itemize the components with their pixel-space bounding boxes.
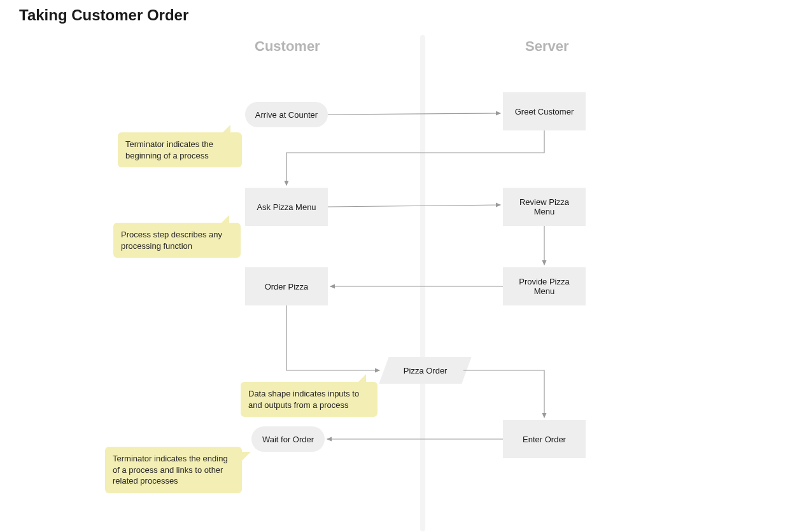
node-greet-label: Greet Customer — [515, 107, 574, 116]
callout-tail-icon — [218, 215, 229, 227]
lane-header-server: Server — [525, 38, 569, 55]
callout-terminator-end-text: Terminator indicates the ending of a pro… — [113, 454, 228, 486]
node-greet: Greet Customer — [503, 92, 586, 130]
callout-tail-icon — [239, 452, 251, 463]
node-order-pizza-label: Order Pizza — [265, 282, 309, 291]
callout-process-step: Process step describes any processing fu… — [113, 223, 241, 258]
node-arrive-terminator: Arrive at Counter — [245, 102, 328, 127]
callout-data-shape-text: Data shape indicates inputs to and outpu… — [248, 389, 359, 410]
node-ask-menu-label: Ask Pizza Menu — [257, 202, 316, 212]
node-pizza-order-data: Pizza Order — [379, 357, 471, 384]
callout-terminator-begin: Terminator indicates the beginning of a … — [118, 132, 242, 167]
node-wait-order-label: Wait for Order — [262, 435, 314, 444]
callout-process-step-text: Process step describes any processing fu… — [121, 230, 222, 251]
node-enter-order-label: Enter Order — [523, 435, 566, 444]
callout-tail-icon — [355, 374, 366, 386]
node-arrive-label: Arrive at Counter — [255, 110, 318, 120]
lane-header-customer: Customer — [255, 38, 320, 55]
callout-data-shape: Data shape indicates inputs to and outpu… — [241, 382, 377, 417]
node-review-menu: Review Pizza Menu — [503, 188, 586, 226]
callout-terminator-begin-text: Terminator indicates the beginning of a … — [125, 139, 213, 160]
node-review-menu-label: Review Pizza Menu — [509, 197, 579, 216]
node-provide-menu-label: Provide Pizza Menu — [509, 277, 579, 296]
lane-divider — [420, 35, 425, 531]
node-ask-menu: Ask Pizza Menu — [245, 188, 328, 226]
node-enter-order: Enter Order — [503, 420, 586, 458]
diagram-title: Taking Customer Order — [19, 6, 188, 24]
node-order-pizza: Order Pizza — [245, 267, 328, 305]
node-provide-menu: Provide Pizza Menu — [503, 267, 586, 305]
callout-terminator-end: Terminator indicates the ending of a pro… — [105, 447, 242, 493]
node-wait-order-terminator: Wait for Order — [251, 426, 325, 452]
node-pizza-order-label: Pizza Order — [404, 366, 448, 375]
callout-tail-icon — [219, 125, 230, 136]
